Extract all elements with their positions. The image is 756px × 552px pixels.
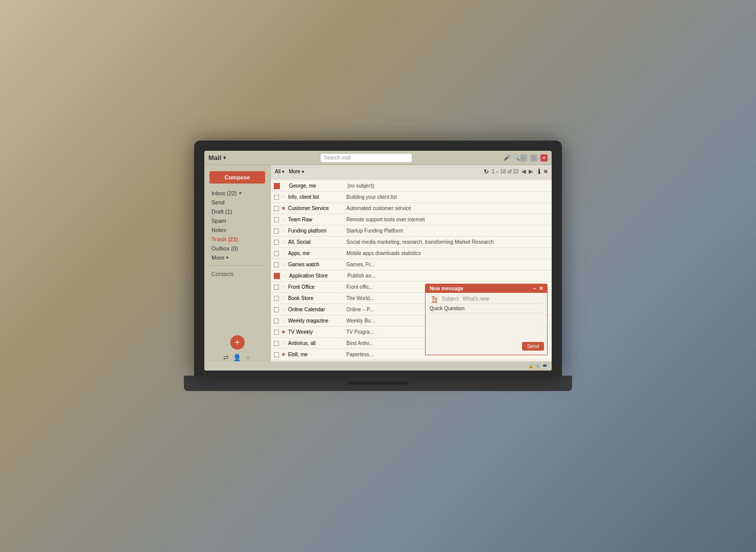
mic-icon[interactable]: 🎤 (504, 154, 511, 161)
row-checkbox[interactable] (274, 330, 279, 335)
contacts-icon[interactable]: 👤 (233, 354, 241, 361)
minimize-button[interactable]: – (520, 154, 527, 162)
row-checkbox[interactable] (274, 195, 279, 200)
more-filter[interactable]: More ▾ (289, 169, 304, 174)
star-icon[interactable]: ★ (281, 351, 286, 358)
table-row[interactable]: ★ Customer Service Automated customer se… (271, 203, 552, 214)
sidebar-item-outbox[interactable]: Outbox (0) (204, 244, 270, 253)
table-row[interactable]: ☆ Application Store Publish an... (271, 270, 552, 282)
star-icon[interactable]: ☆ (281, 194, 286, 200)
menu-icon[interactable]: ≡ (544, 168, 548, 175)
info-icon[interactable]: ℹ (538, 168, 540, 175)
tab-subject[interactable]: Subject (441, 296, 458, 303)
row-checkbox[interactable] (274, 341, 279, 346)
prev-page-button[interactable]: ◀ (522, 168, 526, 175)
title-dropdown-arrow[interactable]: ▾ (223, 155, 226, 160)
row-checkbox[interactable] (274, 318, 279, 324)
email-subject: Remote support tools over internet (346, 217, 549, 222)
email-sender: All, Social (288, 239, 344, 245)
row-checkbox[interactable] (274, 352, 279, 357)
more-dropdown-icon[interactable]: ▾ (226, 255, 229, 260)
all-filter[interactable]: All ▾ (275, 169, 285, 174)
sidebar-item-send[interactable]: Send (204, 198, 270, 207)
email-subject: Automated customer service (346, 205, 549, 211)
email-sender: Ebill, me (288, 352, 344, 357)
compose-button[interactable]: Compose (209, 171, 265, 183)
star-icon[interactable]: ☆ (282, 272, 287, 279)
close-button[interactable]: ✕ (540, 154, 548, 162)
star-icon[interactable]: ☆ (281, 284, 286, 290)
trash-label: Trash (21) (211, 236, 238, 242)
star-icon[interactable]: ☆ (281, 250, 286, 257)
star-icon[interactable]: ☆ (281, 317, 286, 324)
email-sender: Apps, me (288, 250, 344, 256)
table-row[interactable]: ☆ Funding platform Startup Funding Platf… (271, 225, 552, 237)
contacts-label: Contacts (211, 271, 233, 277)
row-checkbox[interactable] (274, 285, 279, 290)
sidebar-item-notes[interactable]: Notes (204, 225, 270, 235)
more-label: More (211, 255, 224, 261)
more-label: More (289, 169, 300, 174)
more-dropdown-arrow[interactable]: ▾ (302, 169, 304, 174)
star-icon[interactable]: ☆ (281, 216, 286, 223)
search-box[interactable]: Search mail (320, 153, 412, 163)
send-label: Send (211, 199, 225, 205)
new-message-minimize-button[interactable]: – (533, 286, 536, 291)
star-icon[interactable]: ☆ (281, 239, 286, 245)
title-bar: Mail ▾ Search mail 🎤 🔍 – (204, 151, 552, 165)
email-sender: Info, client list (288, 194, 344, 200)
inbox-label: Inbox (22) (211, 190, 237, 196)
send-button[interactable]: Send (522, 342, 544, 351)
row-checkbox[interactable] (274, 262, 279, 267)
email-sender: George, me (289, 183, 345, 189)
row-checkbox[interactable] (274, 251, 279, 256)
sidebar-item-more[interactable]: More ▾ (204, 253, 270, 262)
star-icon[interactable]: ★ (281, 329, 286, 335)
tab-to[interactable]: To (432, 296, 437, 303)
tab-whats-new[interactable]: What's new (463, 296, 489, 303)
table-row[interactable]: ☆ Games watch Games, Fr... (271, 259, 552, 270)
search-placeholder: Search mail (324, 155, 351, 160)
favorites-icon[interactable]: ★ (245, 354, 251, 361)
sidebar-item-inbox[interactable]: Inbox (22) ▾ (204, 189, 270, 198)
star-icon[interactable]: ☆ (281, 340, 286, 347)
maximize-button[interactable]: □ (530, 154, 537, 162)
star-icon[interactable]: ★ (281, 205, 286, 212)
table-row[interactable]: ☆ George, me (no subject) (271, 180, 552, 192)
email-sender: Customer Service (288, 205, 344, 211)
table-row[interactable]: ☆ Team Raw Remote support tools over int… (271, 214, 552, 225)
sidebar-item-draft[interactable]: Draft (1) (204, 207, 270, 216)
star-icon[interactable]: ☆ (281, 261, 286, 268)
sidebar-item-contacts[interactable]: Contacts (204, 269, 270, 279)
email-sender: TV Weekly (288, 329, 344, 335)
row-checkbox[interactable] (274, 240, 279, 245)
next-page-button[interactable]: ▶ (529, 168, 533, 175)
table-row[interactable]: ☆ Apps, me Mobile apps downloads statist… (271, 248, 552, 259)
new-message-close-button[interactable]: ✕ (539, 286, 543, 291)
row-checkbox[interactable] (274, 206, 279, 211)
compose-body-area[interactable] (429, 314, 544, 340)
inbox-dropdown-icon[interactable]: ▾ (239, 191, 242, 196)
laptop-base (184, 376, 572, 391)
table-row[interactable]: ☆ Info, client list Building your client… (271, 192, 552, 203)
email-sender: Weekly magazine (288, 318, 344, 324)
row-checkbox[interactable] (274, 228, 279, 234)
row-checkbox[interactable] (274, 296, 279, 301)
row-checkbox[interactable] (274, 217, 279, 222)
email-sender: Games watch (288, 262, 344, 267)
star-icon[interactable]: ☆ (281, 306, 286, 313)
table-row[interactable]: ☆ All, Social Social media marketing, re… (271, 237, 552, 248)
sidebar-item-spam[interactable]: Spam (204, 216, 270, 225)
refresh-icon[interactable]: ↻ (484, 168, 489, 175)
compose-quick-question: Quick Question (429, 304, 544, 313)
transfer-icon[interactable]: ⇄ (223, 354, 229, 361)
fab-button[interactable]: + (230, 335, 245, 350)
star-icon[interactable]: ☆ (281, 295, 286, 302)
search-icon[interactable]: 🔍 (513, 154, 520, 161)
email-subject: Social media marketing, research, transf… (346, 239, 549, 245)
row-checkbox[interactable] (274, 307, 279, 312)
star-icon[interactable]: ☆ (282, 182, 287, 189)
sidebar-item-trash[interactable]: Trash (21) (204, 235, 270, 244)
star-icon[interactable]: ☆ (281, 227, 286, 234)
all-dropdown-arrow[interactable]: ▾ (282, 169, 285, 174)
